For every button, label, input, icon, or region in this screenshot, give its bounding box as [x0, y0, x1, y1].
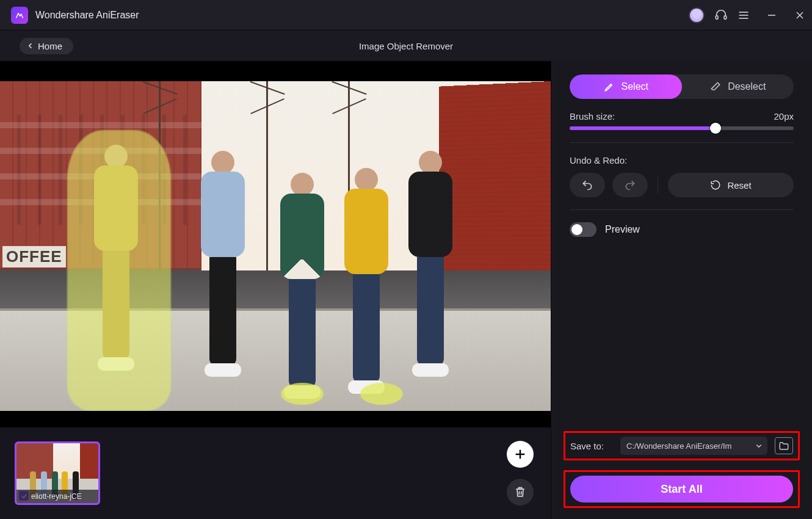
- person-5: [391, 151, 470, 407]
- select-label: Select: [622, 81, 648, 92]
- brush-size-row: Brush size: 20px: [570, 111, 794, 130]
- divider: [658, 176, 658, 194]
- image-thumbnail[interactable]: eliott-reyna-jCE: [15, 441, 100, 505]
- save-to-label: Save to:: [570, 441, 613, 451]
- brush-size-value: 20px: [774, 111, 794, 122]
- photo-layer: OFFEE: [0, 81, 551, 411]
- thumbnail-strip: eliott-reyna-jCE: [0, 427, 551, 519]
- redo-button[interactable]: [612, 173, 648, 197]
- home-button[interactable]: Home: [20, 38, 73, 54]
- redo-icon: [624, 179, 636, 191]
- toggle-knob-icon: [571, 224, 582, 235]
- preview-label: Preview: [605, 224, 640, 235]
- reset-label: Reset: [727, 180, 751, 191]
- reset-icon: [710, 180, 721, 191]
- side-panel: Select Deselect Brush size: 20px Undo & …: [551, 61, 812, 519]
- save-row-highlight: Save to: C:/Wondershare AniEraser/Im: [564, 431, 800, 460]
- person-3: [269, 173, 336, 405]
- deselect-mode-button[interactable]: Deselect: [682, 74, 794, 99]
- preview-toggle[interactable]: [570, 222, 596, 237]
- mode-segmented: Select Deselect: [570, 74, 794, 99]
- brush-icon: [603, 81, 615, 93]
- coffee-sign: OFFEE: [2, 246, 66, 267]
- add-image-button[interactable]: [507, 441, 534, 468]
- start-all-button[interactable]: Start All: [570, 476, 793, 503]
- page-title: Image Object Remover: [359, 41, 453, 51]
- app-title: Wondershare AniEraser: [35, 10, 139, 21]
- thumbnail-caption: eliott-reyna-jCE: [16, 490, 98, 503]
- selection-overlay: [67, 130, 171, 411]
- canvas[interactable]: OFFEE: [0, 61, 551, 427]
- app-logo: [11, 7, 28, 24]
- delete-image-button[interactable]: [507, 479, 534, 506]
- preview-row: Preview: [570, 222, 794, 237]
- eraser-icon: [709, 81, 722, 93]
- trash-icon: [514, 486, 526, 498]
- window-minimize-icon[interactable]: [766, 9, 778, 21]
- user-avatar[interactable]: [689, 7, 705, 23]
- chevron-left-icon: [27, 42, 34, 49]
- brush-size-slider[interactable]: [570, 126, 794, 130]
- selection-mark: [281, 383, 324, 405]
- window-close-icon[interactable]: [794, 9, 806, 21]
- folder-icon: [778, 441, 789, 451]
- home-label: Home: [38, 41, 62, 51]
- plus-icon: [513, 448, 527, 461]
- chevron-down-icon: [755, 442, 763, 449]
- svg-rect-1: [724, 15, 727, 18]
- browse-folder-button[interactable]: [775, 437, 793, 454]
- undo-section: Undo & Redo: Reset: [570, 155, 794, 197]
- start-button-highlight: Start All: [564, 470, 800, 508]
- svg-rect-0: [716, 15, 718, 18]
- undo-icon: [581, 179, 593, 191]
- reset-button[interactable]: Reset: [668, 173, 794, 197]
- save-path-dropdown[interactable]: C:/Wondershare AniEraser/Im: [620, 437, 767, 455]
- deselect-label: Deselect: [728, 81, 766, 92]
- support-icon[interactable]: [714, 9, 728, 22]
- divider: [570, 142, 794, 143]
- undo-button[interactable]: [570, 173, 605, 197]
- menu-icon[interactable]: [738, 9, 750, 21]
- divider: [570, 209, 794, 210]
- undo-section-label: Undo & Redo:: [570, 155, 627, 165]
- person-2: [183, 151, 263, 407]
- start-all-label: Start All: [661, 483, 702, 496]
- slider-thumb-icon[interactable]: [710, 123, 721, 134]
- save-path-value: C:/Wondershare AniEraser/Im: [626, 441, 731, 451]
- brush-size-label: Brush size:: [570, 111, 615, 122]
- selection-mark: [360, 383, 403, 405]
- canvas-area: OFFEE: [0, 61, 551, 519]
- titlebar: Wondershare AniEraser: [0, 0, 812, 31]
- subheader: Home Image Object Remover: [0, 31, 812, 61]
- main: OFFEE: [0, 61, 812, 519]
- select-mode-button[interactable]: Select: [570, 74, 682, 99]
